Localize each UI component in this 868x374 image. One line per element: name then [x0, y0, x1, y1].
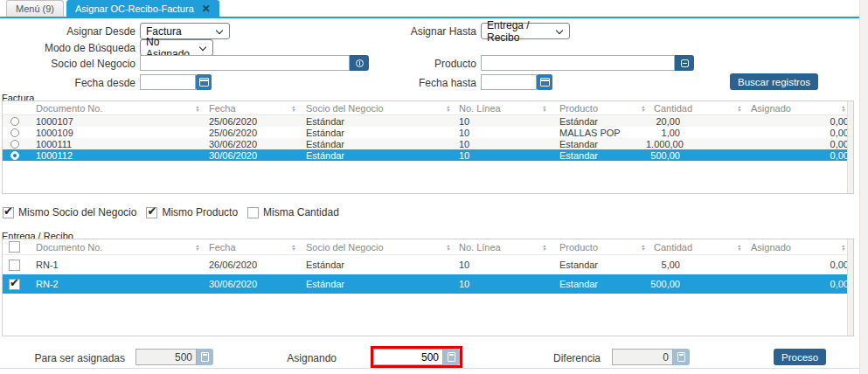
socio-negocio-label: Socio del Negocio — [0, 58, 135, 70]
para-ser-asignadas-field — [135, 349, 213, 365]
sort-icon: ▴▾ — [543, 244, 545, 251]
column-header-linea[interactable]: No. Línea▴▾ — [451, 103, 547, 114]
checkbox-unchecked[interactable] — [247, 207, 259, 218]
tab-menu[interactable]: Menú (9) — [6, 0, 64, 17]
factura-header-row: Documento No.▴▾ Fecha▴▾ Socio del Negoci… — [3, 101, 853, 115]
entrega-table: Documento No.▴▾ Fecha▴▾ Socio del Negoci… — [2, 239, 854, 336]
column-header-fecha[interactable]: Fecha▴▾ — [200, 242, 296, 253]
row-radio[interactable] — [10, 117, 19, 126]
table-scrollbar[interactable] — [847, 239, 853, 336]
column-header-producto[interactable]: Producto▴▾ — [547, 103, 646, 114]
column-header-producto[interactable]: Producto▴▾ — [547, 242, 646, 253]
business-partner-search-icon — [356, 59, 364, 67]
sort-icon: ▴▾ — [196, 244, 198, 251]
sort-icon: ▴▾ — [543, 105, 545, 112]
sort-icon: ▴▾ — [292, 244, 295, 251]
table-row-selected[interactable]: 1000112 30/06/2020 Estándar 10 Estandar … — [3, 149, 853, 161]
select-all-checkbox[interactable] — [9, 241, 20, 253]
tab-active-label: Asignar OC-Recibo-Factura — [75, 3, 194, 14]
fecha-hasta-label: Fecha hasta — [385, 77, 476, 89]
fecha-desde-calendar-button[interactable] — [196, 74, 212, 90]
sort-icon: ▴▾ — [292, 105, 295, 112]
column-header-documento[interactable]: Documento No.▴▾ — [32, 242, 200, 253]
filter-label: Misma Cantidad — [263, 206, 339, 218]
checkbox-checked[interactable]: ✔ — [3, 207, 14, 218]
filter-label: Mismo Producto — [162, 206, 238, 218]
sort-icon: ▴▾ — [738, 244, 740, 251]
proceso-button[interactable]: Proceso — [774, 349, 826, 365]
asignar-hasta-value: Entrega / Recibo — [487, 19, 552, 44]
row-radio[interactable] — [10, 128, 19, 137]
column-header-cantidad[interactable]: Cantidad▴▾ — [646, 103, 742, 114]
product-search-icon — [681, 59, 689, 67]
filter-misma-cantidad[interactable]: Misma Cantidad — [247, 206, 339, 218]
factura-table: Documento No.▴▾ Fecha▴▾ Socio del Negoci… — [2, 100, 854, 194]
calculator-icon — [448, 352, 455, 362]
column-header-socio[interactable]: Socio del Negocio▴▾ — [296, 242, 451, 253]
chevron-down-icon — [199, 44, 206, 51]
fecha-hasta-calendar-button[interactable] — [537, 74, 552, 90]
diferencia-label: Diferencia — [524, 352, 601, 364]
sort-icon: ▴▾ — [196, 105, 198, 112]
fecha-desde-label: Fecha desde — [0, 77, 135, 89]
diferencia-field — [612, 349, 690, 365]
column-header-fecha[interactable]: Fecha▴▾ — [200, 103, 296, 114]
fecha-desde-input[interactable] — [140, 74, 196, 90]
table-row[interactable]: RN-1 26/06/2020 Estándar 10 Estandar 5,0… — [3, 255, 853, 274]
column-header-cantidad[interactable]: Cantidad▴▾ — [646, 242, 742, 253]
table-row[interactable]: 1000107 25/06/2020 Estándar 10 Estándar … — [3, 115, 853, 127]
modo-busqueda-label: Modo de Búsqueda — [0, 42, 135, 54]
asignar-hasta-label: Asignar Hasta — [385, 25, 476, 38]
tab-menu-label: Menú (9) — [16, 3, 54, 14]
modo-busqueda-select[interactable]: No Asignado — [140, 39, 213, 56]
calendar-icon — [540, 78, 550, 87]
para-ser-asignadas-label: Para ser asignadas — [0, 352, 125, 364]
producto-label: Producto — [385, 58, 476, 70]
column-header-linea[interactable]: No. Línea▴▾ — [451, 242, 547, 253]
chevron-down-icon — [216, 27, 223, 34]
table-row[interactable]: 1000111 30/06/2020 Estándar 10 Estandar … — [3, 138, 853, 149]
diferencia-input[interactable] — [612, 349, 673, 365]
producto-search-button[interactable] — [675, 55, 694, 71]
fecha-hasta-input[interactable] — [481, 74, 537, 90]
row-radio[interactable] — [10, 140, 19, 149]
calculator-button[interactable] — [443, 349, 460, 365]
sort-icon: ▴▾ — [642, 105, 644, 112]
socio-negocio-search-button[interactable] — [350, 55, 369, 71]
producto-input[interactable] — [481, 55, 675, 71]
row-checkbox-unchecked[interactable] — [9, 260, 20, 271]
calculator-button[interactable] — [673, 349, 690, 365]
socio-negocio-input[interactable] — [140, 55, 350, 71]
calendar-icon — [199, 78, 209, 87]
checkbox-checked[interactable]: ✔ — [146, 207, 157, 218]
row-radio-selected[interactable] — [10, 151, 19, 160]
column-header-documento[interactable]: Documento No.▴▾ — [32, 103, 200, 114]
para-ser-asignadas-input[interactable] — [135, 349, 197, 365]
sort-icon: ▴▾ — [447, 105, 449, 112]
filter-label: Mismo Socio del Negocio — [18, 206, 136, 218]
table-row-selected[interactable]: ✔ RN-2 30/06/2020 Estándar 10 Estandar 5… — [3, 274, 853, 294]
filter-mismo-socio[interactable]: ✔ Mismo Socio del Negocio — [3, 206, 136, 218]
row-checkbox-checked[interactable]: ✔ — [9, 279, 20, 290]
close-icon[interactable]: ✕ — [202, 3, 211, 14]
asignando-input[interactable] — [373, 349, 443, 365]
page-scrollbar[interactable] — [859, 0, 868, 374]
chevron-down-icon — [556, 27, 563, 34]
buscar-registros-button[interactable]: Buscar registros — [730, 73, 818, 90]
asignar-hasta-select[interactable]: Entrega / Recibo — [481, 23, 570, 39]
asignando-field-highlight — [371, 346, 462, 368]
filter-mismo-producto[interactable]: ✔ Mismo Producto — [146, 206, 238, 218]
table-row[interactable]: 1000109 25/06/2020 Estándar 10 MALLAS PO… — [3, 127, 853, 138]
tab-asignar-oc-recibo-factura[interactable]: Asignar OC-Recibo-Factura ✕ — [66, 0, 219, 17]
column-header-asignado[interactable]: Asignado▴▾ — [742, 103, 853, 114]
table-scrollbar[interactable] — [847, 101, 853, 193]
asignando-label: Asignando — [262, 352, 337, 364]
entrega-header-row: Documento No.▴▾ Fecha▴▾ Socio del Negoci… — [3, 239, 853, 255]
column-header-socio[interactable]: Socio del Negocio▴▾ — [296, 103, 451, 114]
sort-icon: ▴▾ — [447, 244, 449, 251]
calculator-icon — [677, 352, 685, 362]
calculator-button[interactable] — [197, 349, 213, 365]
asignar-desde-label: Asignar Desde — [0, 25, 135, 38]
column-header-asignado[interactable]: Asignado▴▾ — [742, 242, 853, 253]
tab-bar: Menú (9) Asignar OC-Recibo-Factura ✕ — [0, 0, 859, 18]
